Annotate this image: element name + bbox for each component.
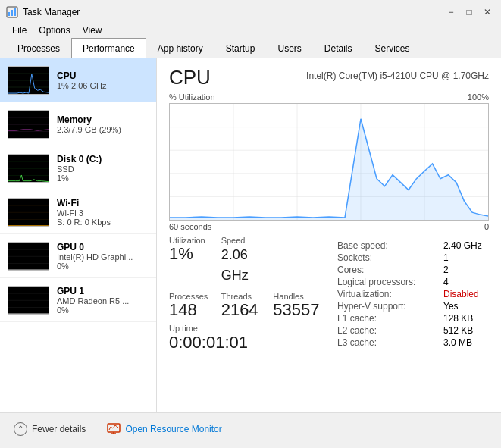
memory-sidebar-sub: 2.3/7.9 GB (29%) [57,125,149,134]
l2-value: 512 KB [443,325,473,336]
menu-options[interactable]: Options [33,23,76,37]
stats-grid: Utilization 1% Speed 2.06 GHz Processes … [169,234,325,321]
l1-label: L1 cache: [337,313,443,324]
bottom-stats-area: Utilization 1% Speed 2.06 GHz Processes … [169,234,489,352]
title-bar-left: Task Manager [6,6,80,18]
menu-view[interactable]: View [77,23,108,37]
gpu1-sidebar-info: GPU 1 AMD Radeon R5 ... 0% [57,286,149,315]
svg-rect-1 [8,12,10,16]
sidebar-item-memory[interactable]: Memory 2.3/7.9 GB (29%) [0,102,156,146]
chart-label-row: % Utilization 100% [169,92,489,102]
open-resource-monitor-link[interactable]: Open Resource Monitor [102,419,226,439]
maximize-button[interactable]: □ [462,5,477,20]
open-monitor-label: Open Resource Monitor [125,424,221,434]
disk-sidebar-sub: SSD [57,164,149,174]
tab-users[interactable]: Users [266,38,312,58]
right-stats: Base speed: 2.40 GHz Sockets: 1 Cores: 2… [337,240,489,348]
title-bar-controls: − □ ✕ [443,5,495,20]
detail-panel: CPU Intel(R) Core(TM) i5-4210U CPU @ 1.7… [157,58,501,412]
utilization-value: 1% [169,245,221,263]
processes-value: 148 [169,301,221,319]
l1-row: L1 cache: 128 KB [337,313,489,324]
gpu1-mini-graph [8,286,49,315]
menu-file[interactable]: File [6,23,33,37]
l3-label: L3 cache: [337,337,443,348]
l3-value: 3.0 MB [443,337,472,348]
cores-value: 2 [443,265,449,275]
memory-sidebar-title: Memory [57,114,149,125]
logical-processors-value: 4 [443,277,449,287]
disk-sidebar-title: Disk 0 (C:) [57,154,149,164]
logical-processors-row: Logical processors: 4 [337,277,489,287]
gpu0-sidebar-title: GPU 0 [57,242,149,252]
gpu1-sidebar-sub: AMD Radeon R5 ... [57,296,149,305]
gpu1-sidebar-pct: 0% [57,305,149,315]
fewer-details-label: Fewer details [32,424,86,434]
menu-bar: File Options View [0,23,501,38]
wifi-mini-graph [8,198,49,227]
base-speed-row: Base speed: 2.40 GHz [337,240,489,251]
gpu0-sidebar-pct: 0% [57,262,149,271]
hyperv-value: Yes [443,301,459,312]
tabs: Processes Performance App history Startu… [0,38,501,58]
tab-performance[interactable]: Performance [71,38,146,58]
disk-sidebar-info: Disk 0 (C:) SSD 1% [57,154,149,183]
l1-value: 128 KB [443,313,473,324]
uptime-label: Up time [169,324,325,333]
speed-label: Speed [221,236,274,245]
sidebar-item-gpu0[interactable]: GPU 0 Intel(R) HD Graphi... 0% [0,234,156,278]
disk-mini-graph [8,154,49,183]
chart-time-right: 0 [484,222,489,231]
gpu1-sidebar-title: GPU 1 [57,286,149,296]
base-speed-label: Base speed: [337,240,443,251]
cores-row: Cores: 2 [337,265,489,275]
right-stats-panel: Base speed: 2.40 GHz Sockets: 1 Cores: 2… [337,234,489,352]
cpu-header: CPU Intel(R) Core(TM) i5-4210U CPU @ 1.7… [169,66,489,89]
tab-apphistory[interactable]: App history [146,38,214,58]
sidebar-item-wifi[interactable]: Wi-Fi Wi-Fi 3 S: 0 R: 0 Kbps [0,190,156,234]
disk-sidebar-pct: 1% [57,174,149,183]
cpu-mini-graph [8,66,49,95]
sidebar: CPU 1% 2.06 GHz Memory 2.3/7.9 GB (29%) [0,58,157,412]
cpu-sidebar-title: CPU [57,70,149,81]
sidebar-item-disk0[interactable]: Disk 0 (C:) SSD 1% [0,146,156,190]
memory-sidebar-info: Memory 2.3/7.9 GB (29%) [57,114,149,134]
speed-stat: Speed 2.06 GHz [221,234,274,287]
virtualization-row: Virtualization: Disabled [337,289,489,299]
sidebar-item-gpu1[interactable]: GPU 1 AMD Radeon R5 ... 0% [0,278,156,322]
sockets-label: Sockets: [337,252,443,263]
cpu-sidebar-sub: 1% 2.06 GHz [57,81,149,90]
close-button[interactable]: ✕ [480,5,495,20]
cpu-detail-title: CPU [169,66,211,89]
uptime-stat: Up time 0:00:01:01 [169,324,325,352]
fewer-details-button[interactable]: ⌃ Fewer details [9,419,90,439]
utilization-stat: Utilization 1% [169,234,221,287]
wifi-sidebar-sub: Wi-Fi 3 [57,208,149,218]
minimize-button[interactable]: − [443,5,459,20]
tab-details[interactable]: Details [313,38,364,58]
hyperv-label: Hyper-V support: [337,301,443,312]
tab-startup[interactable]: Startup [214,38,267,58]
sockets-row: Sockets: 1 [337,252,489,263]
main-content: CPU 1% 2.06 GHz Memory 2.3/7.9 GB (29%) [0,58,501,412]
chart-y-label: % Utilization [169,92,215,102]
cpu-chart [169,103,489,221]
virtualization-value: Disabled [443,289,479,299]
wifi-sidebar-title: Wi-Fi [57,198,149,208]
sidebar-item-cpu[interactable]: CPU 1% 2.06 GHz [0,58,156,102]
footer: ⌃ Fewer details Open Resource Monitor [0,412,501,444]
handles-value: 53557 [273,301,325,319]
tab-services[interactable]: Services [364,38,421,58]
l2-label: L2 cache: [337,325,443,336]
title-bar: Task Manager − □ ✕ [0,0,501,23]
threads-value: 2164 [221,301,274,319]
virtualization-label: Virtualization: [337,289,443,299]
monitor-icon [107,422,121,436]
hyperv-row: Hyper-V support: Yes [337,301,489,312]
cpu-model: Intel(R) Core(TM) i5-4210U CPU @ 1.70GHz [306,70,489,81]
tab-processes[interactable]: Processes [6,38,71,58]
task-manager-icon [6,6,18,18]
logical-processors-label: Logical processors: [337,277,443,287]
chart-y-max: 100% [468,92,489,102]
svg-rect-2 [11,10,13,16]
